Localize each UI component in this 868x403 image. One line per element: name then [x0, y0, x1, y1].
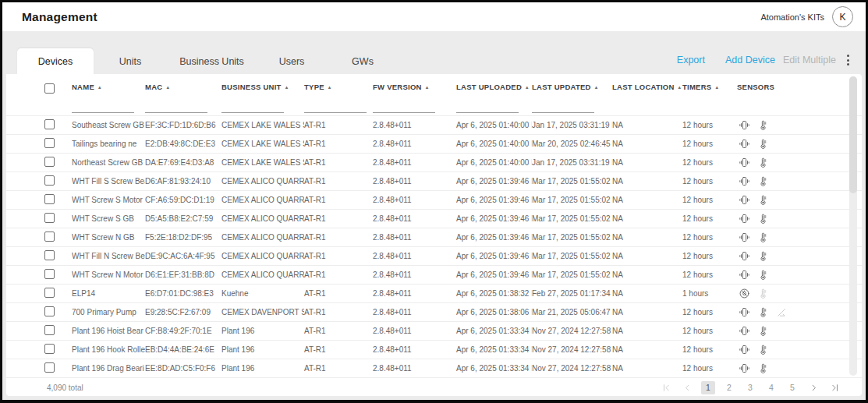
- export-button[interactable]: Export: [677, 55, 705, 65]
- row-checkbox[interactable]: [44, 232, 55, 242]
- cell-last-updated: Mar 17, 2025 01:55:02 PM: [532, 210, 612, 228]
- cell-name: WHT Fill S Screw Bea: [72, 172, 145, 190]
- row-checkbox[interactable]: [44, 175, 55, 186]
- column-header-type[interactable]: TYPE▴: [304, 83, 373, 113]
- temperature-sensor-icon: [757, 175, 769, 187]
- row-checkbox-cell: [6, 212, 72, 226]
- page-number-2[interactable]: 2: [722, 381, 736, 394]
- table-row: WHT Screw S GBD5:A5:B8:E2:C7:59CEMEX ALI…: [6, 209, 862, 228]
- cell-name: WHT Screw S GB: [72, 210, 145, 228]
- avatar[interactable]: K: [832, 6, 853, 27]
- cell-sensors: [737, 288, 862, 299]
- select-all-checkbox[interactable]: [44, 83, 55, 94]
- row-checkbox[interactable]: [44, 213, 55, 223]
- row-checkbox[interactable]: [44, 269, 55, 279]
- cell-name: WHT Screw S Motor: [72, 191, 145, 209]
- row-checkbox[interactable]: [44, 138, 55, 148]
- column-header-last-location[interactable]: LAST LOCATION▴: [612, 83, 682, 91]
- row-checkbox[interactable]: [44, 325, 55, 335]
- filter-input-fw-version[interactable]: [373, 104, 435, 113]
- cell-timers: 12 hours: [682, 303, 737, 321]
- page-number-4[interactable]: 4: [764, 381, 778, 394]
- next-page-button[interactable]: [806, 380, 820, 394]
- sort-arrow-icon[interactable]: ▴: [526, 84, 529, 90]
- column-label: TIMERS: [682, 83, 711, 91]
- page-number-3[interactable]: 3: [743, 381, 757, 394]
- cell-last-uploaded: Apr 6, 2025 01:40:00 PM: [456, 135, 532, 153]
- vertical-scrollbar[interactable]: [849, 76, 857, 376]
- kebab-menu-icon[interactable]: [844, 53, 852, 67]
- sort-arrow-icon[interactable]: ▴: [98, 84, 101, 90]
- temperature-sensor-icon: [757, 325, 769, 337]
- column-header-fw-version[interactable]: FW VERSION▴: [373, 83, 456, 113]
- cell-mac: E6:D7:01:DC:98:E3: [145, 285, 221, 302]
- column-header-mac[interactable]: MAC▴: [145, 83, 221, 113]
- page-number-5[interactable]: 5: [785, 381, 799, 394]
- row-checkbox-cell: [6, 287, 72, 301]
- filter-input-last-updated[interactable]: [532, 104, 594, 113]
- cell-sensors: [737, 362, 862, 374]
- row-checkbox[interactable]: [44, 119, 55, 129]
- temperature-sensor-icon: [757, 194, 769, 206]
- column-label: LAST UPLOADED: [456, 83, 522, 91]
- cell-name: WHT Screw N Motor: [72, 266, 145, 284]
- sort-arrow-icon[interactable]: ▴: [285, 84, 289, 90]
- cell-timers: 12 hours: [682, 210, 737, 228]
- column-label: LAST UPDATED: [532, 83, 591, 91]
- filter-input-name[interactable]: [72, 104, 134, 113]
- row-checkbox[interactable]: [44, 306, 55, 316]
- column-header-name[interactable]: NAME▴: [72, 83, 145, 113]
- filter-input-business-unit[interactable]: [221, 104, 284, 113]
- cell-sensors: [737, 344, 862, 355]
- add-device-button[interactable]: Add Device: [725, 55, 775, 65]
- last-page-button[interactable]: [827, 380, 841, 394]
- row-checkbox[interactable]: [44, 250, 55, 260]
- page-number-1[interactable]: 1: [701, 381, 715, 394]
- row-checkbox[interactable]: [44, 344, 55, 354]
- tab-users[interactable]: Users: [257, 48, 327, 74]
- tab-units[interactable]: Units: [94, 48, 167, 74]
- row-checkbox[interactable]: [44, 157, 55, 167]
- column-header-timers[interactable]: TIMERS▴: [682, 83, 737, 91]
- sort-arrow-icon[interactable]: ▴: [166, 84, 169, 90]
- row-checkbox[interactable]: [44, 194, 55, 204]
- column-label: LAST LOCATION: [612, 83, 675, 91]
- filter-input-mac[interactable]: [145, 104, 207, 113]
- sort-arrow-icon[interactable]: ▴: [426, 84, 429, 90]
- filter-input-type[interactable]: [304, 104, 367, 113]
- vibration-sensor-icon: [739, 306, 750, 318]
- cell-business-unit: Plant 196: [221, 341, 304, 359]
- cell-timers: 12 hours: [682, 247, 737, 265]
- sort-arrow-icon[interactable]: ▴: [328, 84, 331, 90]
- cell-mac: D5:A5:B8:E2:C7:59: [145, 210, 221, 228]
- cell-last-location: NA: [612, 154, 682, 171]
- cell-type: AT-R1: [304, 116, 373, 134]
- cell-type: AT-R1: [304, 210, 373, 228]
- cell-last-updated: Nov 27, 2024 12:27:58 AM: [532, 322, 612, 340]
- cell-timers: 12 hours: [682, 341, 737, 359]
- column-label: FW VERSION: [373, 83, 422, 91]
- cell-last-uploaded: Apr 6, 2025 01:39:46 PM: [456, 247, 532, 265]
- sort-arrow-icon[interactable]: ▴: [678, 84, 682, 90]
- filter-input-last-uploaded[interactable]: [456, 104, 519, 113]
- row-checkbox[interactable]: [44, 362, 55, 373]
- column-header-business-unit[interactable]: BUSINESS UNIT▴: [221, 83, 304, 113]
- tab-devices[interactable]: Devices: [17, 48, 94, 74]
- scrollbar-thumb[interactable]: [849, 76, 857, 193]
- row-checkbox[interactable]: [44, 288, 55, 298]
- column-header-last-updated[interactable]: LAST UPDATED▴: [532, 83, 612, 113]
- tab-gws[interactable]: GWs: [327, 48, 399, 74]
- sort-arrow-icon[interactable]: ▴: [595, 84, 598, 90]
- cell-business-unit: CEMEX ALICO QUARRY: [221, 210, 304, 228]
- cell-name: WHT Fill N Screw Bea: [72, 247, 145, 265]
- cell-last-location: NA: [612, 359, 682, 377]
- tab-business-units[interactable]: Business Units: [167, 48, 257, 74]
- table-row: Northeast Screw GBDA:E7:69:E4:D3:A8CEMEX…: [6, 153, 862, 171]
- sort-arrow-icon[interactable]: ▴: [715, 84, 718, 90]
- cell-type: AT-R1: [304, 359, 373, 377]
- account-area[interactable]: Atomation's KITs K: [760, 6, 853, 27]
- column-header-last-uploaded[interactable]: LAST UPLOADED▴: [456, 83, 532, 113]
- row-checkbox-cell: [6, 137, 72, 151]
- cell-mac: F5:2E:18:D2:DF:95: [145, 228, 221, 246]
- pagination: 12345: [659, 380, 862, 394]
